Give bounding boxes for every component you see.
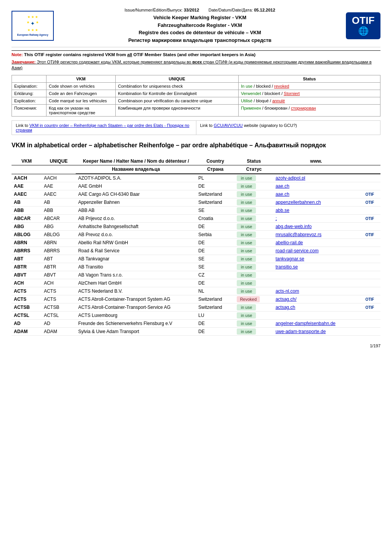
cell-country: Switzerland <box>196 295 234 303</box>
status-storniert: Storniert <box>284 91 300 96</box>
www-link[interactable]: ; <box>276 216 277 221</box>
table-row: ABG ABG Anhaltische Bahngesellschaft DE … <box>12 223 380 231</box>
star-icon: ★ <box>35 28 38 32</box>
status-badge: in use <box>237 280 256 286</box>
www-link[interactable]: angelner-dampfeisenbahn.de <box>276 321 336 326</box>
www-link[interactable]: road-rail-service.com <box>276 248 319 253</box>
era-logo: ★ ★ ★ ★ ✦ ★ ★ ★ ★ European Railway Agenc… <box>12 11 54 41</box>
cell-country: DE <box>196 223 234 231</box>
cell-status: in use <box>234 174 273 182</box>
cell-www: actsag.ch/ <box>273 295 359 303</box>
star-icon: ★ <box>31 28 34 32</box>
cell-vkm: ABLOG <box>12 231 42 239</box>
www-link[interactable]: abg.dwe-web.info <box>276 224 312 229</box>
cell-status: in use <box>234 263 273 271</box>
cell-www: aae.ch <box>273 182 359 190</box>
table-row: ABTR ABTR AB Transitio SE in use transit… <box>12 263 380 271</box>
explanation-table: VKM UNIQUE Status Explanation: Code show… <box>12 75 380 117</box>
table-row: AD AD Freunde des Schienenverkehrs Flens… <box>12 320 380 328</box>
cell-www: tankvagnar.se <box>273 255 359 263</box>
www-link[interactable]: acts-nl.com <box>276 288 299 294</box>
www-link[interactable]: actsag.ch/ <box>276 297 297 302</box>
cell-country: LU <box>196 312 234 320</box>
table-row: AAEC AAEC AAE Cargo AG CH-6340 Baar Swit… <box>12 190 380 198</box>
cell-unique: ABG <box>42 223 76 231</box>
cell-vkm: AACH <box>12 174 42 182</box>
link-country-order[interactable]: VKM in country order – Reihenfolge nach … <box>16 123 189 132</box>
cell-keeper: AB Prijevoz d.o.o. <box>76 215 196 223</box>
era-stars-row3: ★ ★ ★ <box>27 28 38 32</box>
header-title: Vehicle Keeper Marking Register - VKM Fa… <box>58 14 342 44</box>
status-badge: in use <box>237 232 256 238</box>
table-header-row1: VKM UNIQUE Keeper Name / Halter Name / N… <box>12 157 380 165</box>
www-link[interactable]: abb.se <box>276 208 289 213</box>
note-ru: Замечание: Этот ОТИФ регистер содержает … <box>12 59 380 71</box>
www-link[interactable]: mrusalic@abprevoz.rs <box>276 232 322 237</box>
row-status: In use / blocked / revoked <box>239 82 380 90</box>
www-link[interactable]: tankvagnar.se <box>276 256 304 262</box>
status-badge: in use <box>237 240 256 246</box>
cell-www: aae.ch <box>273 190 359 198</box>
link1-prefix: Link to <box>16 123 29 128</box>
status-badge: in use <box>237 328 256 335</box>
cell-status: in use <box>234 328 273 336</box>
note-en-text1: This OTIF register contains registered V… <box>24 52 127 57</box>
cell-country: SE <box>196 263 234 271</box>
row-status: Utilisé / bloqué / annulé <box>239 97 380 104</box>
cell-www: road-rail-service.com <box>273 247 359 255</box>
cell-vkm: ABTR <box>12 263 42 271</box>
cell-status: in use <box>234 312 273 320</box>
row-vkm: Code an den Fahrzeugen <box>47 90 116 97</box>
cell-keeper: Sylvia & Uwe Adam Transport <box>76 328 196 336</box>
cell-www: mrusalic@abprevoz.rs <box>273 231 359 239</box>
status-bloque: bloqué <box>256 98 269 103</box>
cell-vkm: ABT <box>12 255 42 263</box>
cell-keeper: ACTS Abroll-Container-Transport-Service … <box>76 303 196 312</box>
cell-www: abg.dwe-web.info <box>273 223 359 231</box>
star-icon: ★ <box>31 15 34 19</box>
www-link[interactable]: appenzellerbahnen.ch <box>276 200 321 205</box>
cell-status: in use <box>234 198 273 207</box>
status-badge: in use <box>237 215 256 222</box>
www-link[interactable]: azoty-adipol.pl <box>276 175 305 181</box>
cell-otif <box>359 279 380 287</box>
cell-vkm: AD <box>12 320 42 328</box>
cell-otif <box>359 239 380 247</box>
www-link[interactable]: abellio-rail.de <box>276 240 303 245</box>
cell-country: DE <box>196 320 234 328</box>
status-badge: in use <box>237 183 256 189</box>
www-link[interactable]: uwe-adam-transporte.de <box>276 329 326 334</box>
page-footer: 1/197 <box>12 343 380 348</box>
table-row: AACH AACH AZOTY-ADIPOL S.A. PL in use az… <box>12 174 380 182</box>
cell-vkm: ABCAR <box>12 215 42 223</box>
www-link[interactable]: actsag.ch <box>276 305 295 310</box>
cell-status: in use <box>234 320 273 328</box>
link-gcu[interactable]: GCU/AVV/CUU <box>214 123 243 128</box>
row-vkm: Code shown on vehicles <box>47 82 116 90</box>
status-badge: in use <box>237 207 256 213</box>
status-utilise: Utilisé <box>241 98 252 103</box>
cell-vkm: ABG <box>12 223 42 231</box>
cell-status: in use <box>234 190 273 198</box>
cell-status: in use <box>234 303 273 312</box>
cell-country: SE <box>196 255 234 263</box>
explanation-row-en: Explanation: Code shown on vehicles Comb… <box>12 82 380 90</box>
www-link[interactable]: aae.ch <box>276 183 289 189</box>
table-row: AB AB Appenzeller Bahnen Switzerland in … <box>12 198 380 207</box>
cell-www: appenzellerbahnen.ch <box>273 198 359 207</box>
cell-status: in use <box>234 215 273 223</box>
cell-country: Switzerland <box>196 190 234 198</box>
date-label: Date/Datum/Date/Дата: <box>208 8 252 12</box>
cell-keeper: Anhaltische Bahngesellschaft <box>76 223 196 231</box>
col-header-vkm-ru <box>12 165 42 174</box>
link2-prefix: Link to <box>200 123 214 128</box>
cell-otif <box>359 223 380 231</box>
cell-otif: OTIF <box>359 231 380 239</box>
cell-www: azoty-adipol.pl <box>273 174 359 182</box>
www-link[interactable]: transitio.se <box>276 264 298 270</box>
cell-www: abellio-rail.de <box>273 239 359 247</box>
cell-country: NL <box>196 287 234 295</box>
col-header-www: www. <box>273 157 359 165</box>
cell-status: in use <box>234 279 273 287</box>
www-link[interactable]: aae.ch <box>276 192 289 197</box>
